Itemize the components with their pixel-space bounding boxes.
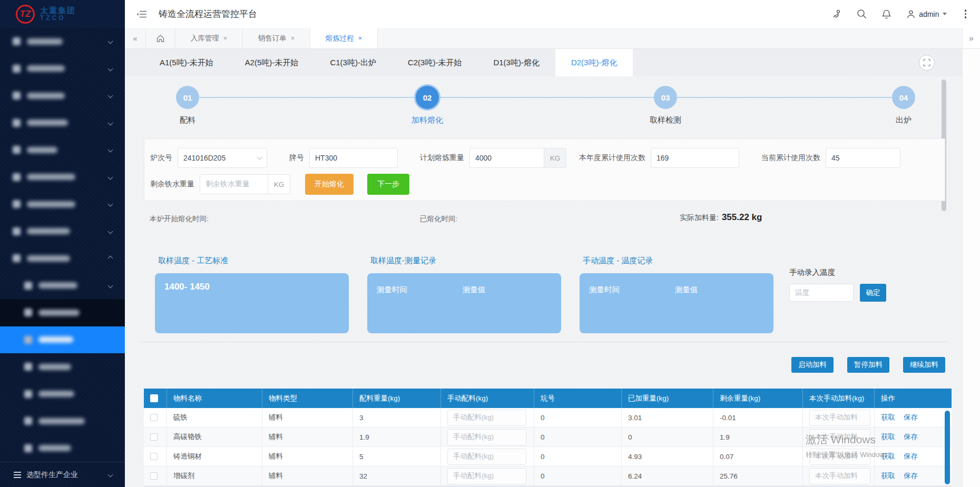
more-menu-icon[interactable] [962, 8, 970, 19]
manual-add-input[interactable]: 本次手动加料 [809, 449, 870, 465]
row-checkbox[interactable] [150, 453, 158, 460]
get-link[interactable]: 获取 [881, 413, 895, 422]
menu-icon [24, 390, 32, 398]
manual-add-input[interactable]: 本次手动加料 [809, 410, 870, 426]
sidebar-item-redacted[interactable] [0, 82, 125, 110]
grade-label: 牌号 [289, 153, 304, 163]
manual-batch-input[interactable]: 手动配料(kg) [447, 468, 526, 484]
confirm-button[interactable]: 确定 [860, 284, 886, 302]
manual-batch-input[interactable]: 手动配料(kg) [447, 449, 526, 465]
sidebar-item-expanded[interactable] [0, 245, 125, 272]
furnace-tab-d2[interactable]: D2(3吨)-熔化 [555, 49, 633, 76]
actual-feed: 实际加料量:355.22 kg [680, 212, 762, 223]
sidebar-subitem-redacted[interactable] [0, 435, 125, 462]
furnace-tab-d1[interactable]: D1(3吨)-熔化 [477, 49, 555, 76]
row-checkbox[interactable] [150, 472, 158, 480]
furnace-tab-c1[interactable]: C1(3吨)-出炉 [314, 49, 392, 76]
start-melt-button[interactable]: 开始熔化 [305, 174, 354, 195]
current-count-input[interactable]: 45 [826, 148, 900, 168]
row-checkbox[interactable] [150, 414, 158, 421]
notification-bell-icon[interactable] [881, 9, 891, 19]
user-icon [906, 9, 916, 19]
furnace-tab-a2[interactable]: A2(5吨)-未开始 [229, 49, 315, 76]
sidebar-item-redacted[interactable] [0, 110, 125, 137]
chevron-down-icon [108, 93, 113, 98]
close-icon[interactable]: × [291, 34, 295, 42]
save-link[interactable]: 保存 [904, 452, 918, 461]
manual-add-input[interactable]: 本次手动加料 [809, 468, 870, 484]
sidebar-item-redacted[interactable] [0, 28, 125, 55]
save-link[interactable]: 保存 [904, 471, 918, 481]
company-name-en: TZCO [40, 15, 76, 22]
chevron-down-icon [108, 39, 113, 44]
sidebar-item-redacted[interactable] [0, 218, 125, 245]
sidebar-subitem-redacted[interactable] [0, 272, 125, 300]
card-manual-temp-records: 手动温度 - 温度记录 测量时间 测量值 [580, 251, 773, 333]
menu-fold-icon[interactable] [136, 10, 147, 18]
kg-unit: KG [268, 174, 290, 194]
get-link[interactable]: 获取 [881, 452, 895, 461]
sidebar-subitem-redacted[interactable] [0, 381, 125, 408]
resume-feed-button[interactable]: 继续加料 [903, 357, 945, 373]
fullscreen-icon[interactable] [919, 55, 935, 71]
get-link[interactable]: 获取 [881, 432, 895, 442]
chevron-down-icon [943, 13, 947, 15]
sidebar-subitem-selected[interactable] [0, 326, 125, 354]
save-link[interactable]: 保存 [904, 432, 918, 442]
sidebar-item-redacted[interactable] [0, 136, 125, 164]
page-scrollbar-gutter[interactable] [962, 49, 980, 487]
chevron-down-icon [108, 147, 113, 153]
step-2-label: 加料熔化 [411, 115, 443, 125]
pause-feed-button[interactable]: 暂停加料 [847, 357, 889, 373]
home-tab[interactable] [146, 28, 175, 48]
furnace-no-select[interactable]: 241016D205 [178, 148, 267, 168]
furnace-tab-a1[interactable]: A1(5吨)-未开始 [144, 49, 229, 76]
sidebar-subitem-redacted[interactable] [0, 299, 125, 326]
year-count-input[interactable]: 169 [651, 148, 739, 168]
table-row: 增碳剂 辅料 32 手动配料(kg) 0 6.24 25.76 本次手动加料 获… [144, 466, 952, 486]
select-all-checkbox[interactable] [150, 394, 158, 402]
remain-weight-input[interactable]: 剩余铁水重量 [200, 174, 268, 194]
sidebar-subitem-redacted[interactable] [0, 353, 125, 381]
save-link[interactable]: 保存 [904, 413, 918, 422]
grade-input[interactable]: HT300 [309, 148, 398, 168]
close-icon[interactable]: × [223, 34, 228, 42]
tab-sales-order[interactable]: 销售订单 × [243, 28, 310, 48]
sidebar-subitem-redacted[interactable] [0, 408, 125, 435]
furnace-tab-c2[interactable]: C2(3吨)-未开始 [392, 49, 478, 76]
get-link[interactable]: 获取 [881, 471, 895, 481]
card-sample-temp-standard: 取样温度 - 工艺标准 1400- 1450 [155, 251, 349, 333]
kg-unit: KG [544, 148, 566, 168]
next-step-button[interactable]: 下一步 [367, 174, 409, 195]
search-icon[interactable] [857, 9, 867, 19]
sidebar-item-redacted[interactable] [0, 164, 125, 191]
language-icon[interactable] [831, 9, 842, 19]
chevron-down-icon [257, 155, 262, 160]
user-menu[interactable]: admin [906, 9, 946, 19]
tabs-scroll-right[interactable]: » [962, 28, 980, 48]
manual-add-input[interactable]: 本次手动加料 [809, 429, 870, 445]
table-scrollbar-thumb[interactable] [945, 411, 950, 484]
menu-icon [13, 65, 21, 73]
manual-temp-label: 手动录入温度 [789, 267, 886, 277]
tab-warehouse[interactable]: 入库管理 × [175, 28, 243, 48]
manual-batch-input[interactable]: 手动配料(kg) [447, 429, 526, 445]
menu-icon [24, 309, 32, 316]
chevron-down-icon [108, 202, 113, 207]
sidebar-item-redacted[interactable] [0, 191, 125, 218]
col-measure-time: 测量时间 [377, 285, 407, 295]
close-icon[interactable]: × [358, 34, 362, 42]
start-feed-button[interactable]: 启动加料 [791, 357, 834, 373]
sidebar-item-bottom[interactable]: 选型件生产企业 [0, 462, 125, 487]
manual-batch-input[interactable]: 手动配料(kg) [447, 410, 526, 426]
temperature-input[interactable]: 温度 [789, 284, 854, 302]
tabs-scroll-left[interactable]: « [125, 28, 146, 48]
table-header: 物料名称 物料类型 配料重量(kg) 手动配料(kg) 坑号 已加重量(kg) … [144, 389, 952, 408]
row-checkbox[interactable] [150, 433, 158, 441]
manual-temp-entry: 手动录入温度 温度 确定 [789, 267, 886, 302]
sidebar-item-redacted[interactable] [0, 55, 125, 83]
remain-weight-label: 剩余铁水重量 [150, 180, 194, 189]
plan-weight-input[interactable]: 4000 [469, 148, 544, 168]
tab-melting-process[interactable]: 熔炼过程 × [310, 28, 378, 48]
sidebar: TZ 太重集团 TZCO 选型件生产企业 [0, 0, 125, 487]
